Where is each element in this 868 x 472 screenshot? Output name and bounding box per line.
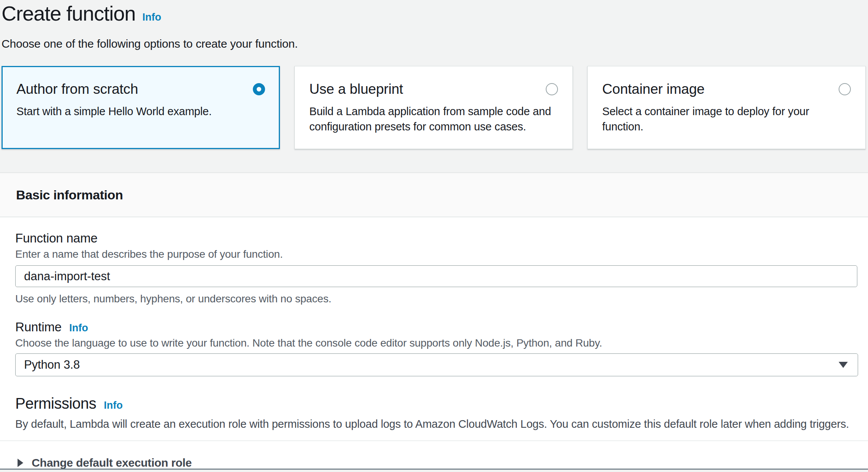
radio-unselected-icon[interactable] <box>839 83 851 95</box>
function-name-label: Function name <box>15 231 857 246</box>
option-card-use-a-blueprint[interactable]: Use a blueprint Build a Lambda applicati… <box>294 66 573 149</box>
runtime-selected-value: Python 3.8 <box>24 358 80 372</box>
runtime-label: Runtime <box>15 320 61 334</box>
page-bottom-strip <box>0 470 868 472</box>
basic-information-form: Function name Enter a name that describe… <box>0 217 868 469</box>
option-description: Select a container image to deploy for y… <box>602 104 851 134</box>
page-header-section: Create function Info Choose one of the f… <box>0 0 868 173</box>
option-description: Start with a simple Hello World example. <box>16 104 265 119</box>
basic-information-header-band: Basic information <box>0 173 868 217</box>
permissions-heading-row: Permissions Info <box>15 395 857 412</box>
change-default-execution-role-expander[interactable]: Change default execution role <box>15 456 857 469</box>
page-title-row: Create function Info <box>2 2 866 26</box>
caret-right-icon <box>18 459 23 467</box>
permissions-info-link[interactable]: Info <box>104 400 122 411</box>
runtime-description: Choose the language to use to write your… <box>15 337 857 350</box>
function-name-input[interactable] <box>15 265 857 287</box>
caret-down-icon <box>839 362 848 368</box>
option-title: Author from scratch <box>16 81 138 98</box>
runtime-label-row: Runtime Info <box>15 320 857 334</box>
option-card-head: Author from scratch <box>16 81 265 98</box>
page-subtitle: Choose one of the following options to c… <box>2 37 866 51</box>
runtime-select[interactable]: Python 3.8 <box>15 353 858 376</box>
radio-unselected-icon[interactable] <box>546 83 558 95</box>
permissions-description: By default, Lambda will create an execut… <box>15 417 857 430</box>
option-card-head: Use a blueprint <box>309 81 558 98</box>
page-title: Create function <box>2 2 135 26</box>
create-function-page: Create function Info Choose one of the f… <box>0 0 868 469</box>
option-card-head: Container image <box>602 81 851 98</box>
creation-option-cards: Author from scratch Start with a simple … <box>2 66 866 149</box>
option-title: Container image <box>602 81 704 98</box>
page-title-info-link[interactable]: Info <box>142 11 161 23</box>
option-title: Use a blueprint <box>309 81 403 98</box>
function-name-hint: Use only letters, numbers, hyphens, or u… <box>15 292 857 305</box>
expander-label: Change default execution role <box>32 456 192 469</box>
section-divider <box>0 440 868 441</box>
option-card-container-image[interactable]: Container image Select a container image… <box>587 66 866 149</box>
basic-information-heading: Basic information <box>16 188 123 202</box>
option-card-author-from-scratch[interactable]: Author from scratch Start with a simple … <box>2 66 280 149</box>
permissions-heading: Permissions <box>15 395 96 412</box>
runtime-info-link[interactable]: Info <box>69 322 88 334</box>
function-name-description: Enter a name that describes the purpose … <box>15 248 857 261</box>
option-description: Build a Lambda application from sample c… <box>309 104 558 134</box>
radio-selected-icon[interactable] <box>253 83 265 95</box>
